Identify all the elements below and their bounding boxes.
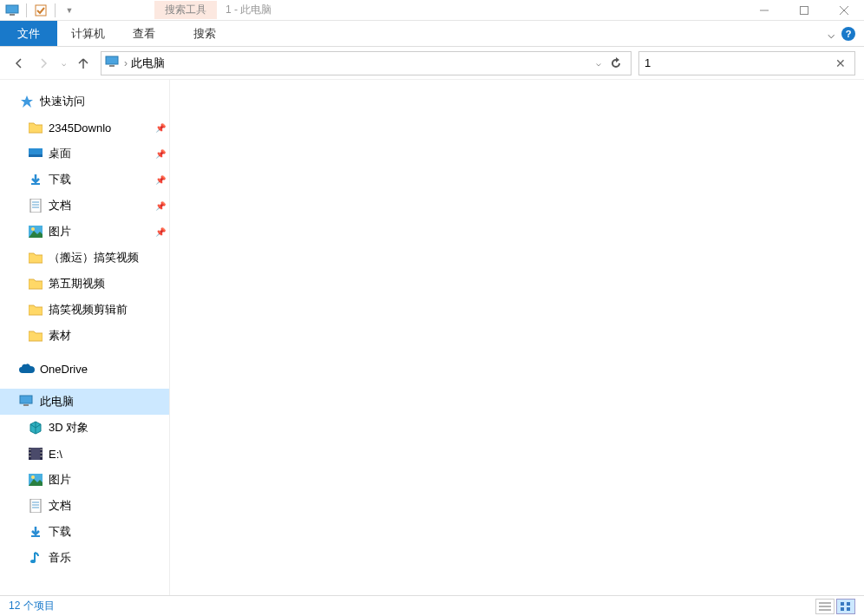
sidebar-onedrive[interactable]: OneDrive [0, 356, 169, 382]
sidebar-quick-access[interactable]: 快速访问 [0, 88, 169, 115]
svg-rect-25 [29, 452, 31, 454]
svg-rect-11 [29, 154, 43, 157]
sidebar-item[interactable]: 3D 对象 [0, 415, 169, 441]
svg-rect-7 [106, 56, 118, 64]
svg-rect-0 [6, 5, 18, 13]
sidebar-item[interactable]: 文档📌 [0, 193, 169, 219]
content-pane[interactable] [170, 80, 864, 595]
maximize-button[interactable] [784, 0, 824, 21]
sidebar-item-label: E:\ [49, 448, 169, 461]
close-button[interactable] [824, 0, 864, 21]
star-icon [19, 94, 35, 109]
address-dropdown-icon[interactable]: ⌵ [592, 58, 605, 68]
sidebar-item-label: 第五期视频 [49, 276, 169, 292]
sidebar-item-label: 素材 [49, 328, 169, 344]
sidebar-item-label: 此电脑 [40, 394, 169, 410]
sidebar-item-label: 下载 [49, 172, 155, 187]
video-icon [28, 446, 43, 462]
ribbon-tab-computer[interactable]: 计算机 [57, 21, 119, 46]
picture-icon [28, 472, 43, 488]
navigation-pane[interactable]: 快速访问 2345Downlo📌桌面📌下载📌文档📌图片📌（搬运）搞笑视频第五期视… [0, 80, 170, 595]
sidebar-item[interactable]: E:\ [0, 441, 169, 467]
status-item-count: 12 个项目 [9, 599, 55, 613]
properties-icon[interactable] [34, 3, 48, 17]
desktop-icon [28, 146, 43, 161]
sidebar-item[interactable]: 下载📌 [0, 167, 169, 193]
folder-icon [28, 276, 43, 292]
sidebar-item-label: 2345Downlo [49, 121, 155, 134]
svg-rect-42 [847, 602, 850, 606]
sidebar-this-pc[interactable]: 此电脑 [0, 389, 169, 415]
sidebar-item[interactable]: 2345Downlo📌 [0, 115, 169, 141]
document-icon [28, 498, 43, 514]
qat-dropdown-icon[interactable]: ▼ [62, 3, 76, 17]
svg-rect-1 [10, 14, 15, 16]
pc-icon [19, 394, 35, 410]
svg-rect-44 [847, 607, 850, 611]
pin-icon: 📌 [155, 149, 166, 159]
svg-point-18 [31, 227, 35, 231]
sidebar-item-label: 图片 [49, 224, 155, 239]
clear-search-button[interactable]: ✕ [832, 56, 849, 70]
folder-icon [28, 302, 43, 318]
svg-rect-2 [36, 5, 46, 16]
forward-button[interactable] [33, 53, 54, 74]
search-input[interactable] [645, 56, 832, 69]
breadcrumb-location[interactable]: 此电脑 [131, 56, 592, 71]
svg-rect-29 [41, 455, 43, 457]
window-controls [744, 0, 864, 21]
svg-rect-32 [30, 499, 41, 513]
ribbon-tab-search[interactable]: 搜索 [180, 21, 230, 46]
navigation-bar: ⌵ › 此电脑 ⌵ ✕ [0, 47, 864, 80]
svg-point-31 [31, 475, 35, 479]
sidebar-item-label: 文档 [49, 198, 155, 213]
svg-rect-20 [23, 404, 29, 406]
svg-rect-41 [841, 602, 844, 606]
sidebar-item[interactable]: 桌面📌 [0, 141, 169, 167]
address-bar[interactable]: › 此电脑 ⌵ [101, 51, 632, 75]
svg-rect-43 [841, 607, 844, 611]
svg-rect-4 [801, 6, 808, 14]
sidebar-item[interactable]: （搬运）搞笑视频 [0, 245, 169, 271]
sidebar-item-label: 快速访问 [40, 94, 169, 109]
folder-icon [28, 328, 43, 344]
sidebar-item[interactable]: 图片📌 [0, 219, 169, 245]
icons-view-button[interactable] [836, 599, 855, 614]
pc-icon [5, 3, 19, 17]
sidebar-item-label: 下载 [49, 524, 169, 540]
download-icon [28, 172, 43, 187]
refresh-button[interactable] [605, 57, 627, 69]
sidebar-item-label: 图片 [49, 472, 169, 488]
sidebar-item[interactable]: 下载 [0, 519, 169, 545]
recent-dropdown-button[interactable]: ⌵ [57, 53, 69, 74]
sidebar-item[interactable]: 文档 [0, 493, 169, 519]
download-icon [28, 524, 43, 540]
back-button[interactable] [9, 53, 29, 74]
sidebar-item[interactable]: 素材 [0, 323, 169, 349]
window-title: 1 - 此电脑 [226, 3, 272, 17]
pin-icon: 📌 [155, 123, 166, 133]
ribbon-tabs: 文件 计算机 查看 搜索 ⌵ ? [0, 21, 864, 47]
folder-icon [28, 120, 43, 135]
separator [55, 3, 56, 17]
search-box[interactable]: ✕ [638, 51, 855, 75]
3d-icon [28, 420, 43, 436]
svg-rect-13 [30, 199, 41, 213]
music-icon [28, 550, 43, 566]
sidebar-item[interactable]: 图片 [0, 467, 169, 493]
help-icon[interactable]: ? [841, 27, 855, 41]
up-button[interactable] [73, 53, 94, 74]
sidebar-item-label: 音乐 [49, 550, 169, 566]
sidebar-item[interactable]: 搞笑视频剪辑前 [0, 297, 169, 323]
ribbon-collapse-icon[interactable]: ⌵ [828, 27, 835, 41]
svg-rect-27 [41, 449, 43, 450]
pin-icon: 📌 [155, 227, 166, 237]
minimize-button[interactable] [744, 0, 784, 21]
sidebar-item[interactable]: 音乐 [0, 545, 169, 571]
svg-marker-9 [21, 95, 33, 108]
details-view-button[interactable] [815, 599, 835, 614]
ribbon-tab-file[interactable]: 文件 [0, 21, 57, 46]
quick-access-toolbar: ▼ [0, 3, 76, 17]
sidebar-item[interactable]: 第五期视频 [0, 271, 169, 297]
ribbon-tab-view[interactable]: 查看 [119, 21, 169, 46]
